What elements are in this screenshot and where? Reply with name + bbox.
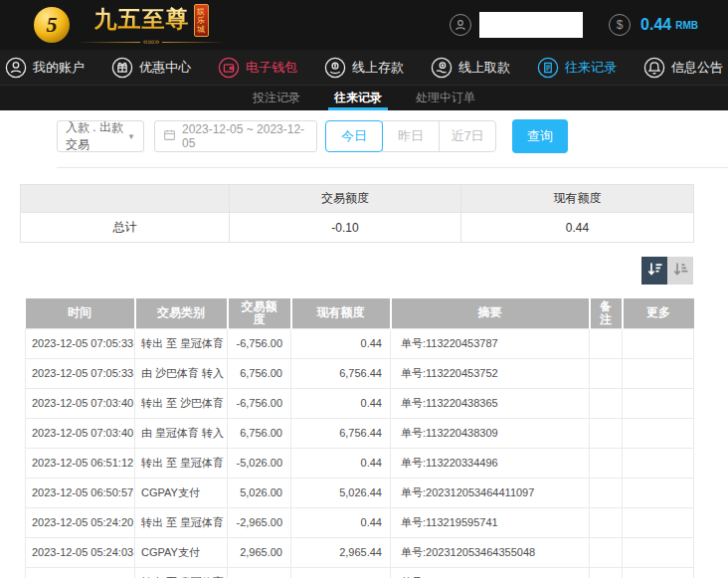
cell-amount: 2,965.00 (228, 537, 291, 567)
date-range-input[interactable]: 2023-12-05 ~ 2023-12-05 (154, 120, 317, 152)
sort-ascending-icon (672, 261, 689, 281)
nav-item-promotions[interactable]: 优惠中心 (111, 57, 191, 79)
col-header-summary: 摘要 (391, 298, 590, 328)
search-button[interactable]: 查询 (512, 119, 568, 153)
sort-controls (0, 257, 693, 285)
cell-note (590, 328, 623, 358)
nav-item-online-withdraw[interactable]: 线上取款 (431, 57, 510, 79)
cell-note (590, 537, 623, 567)
nav-label: 线上存款 (352, 59, 404, 77)
cell-amount: 5,026.00 (228, 478, 291, 507)
transaction-type-select[interactable]: 入款 . 出款交易 ▼ (57, 120, 144, 152)
col-header-type: 交易类别 (135, 298, 228, 328)
cell-amount: -2,965.00 (228, 507, 291, 537)
nav-item-my-account[interactable]: 我的账户 (5, 57, 85, 79)
cell-more (623, 418, 694, 448)
cell-balance: 0.44 (291, 328, 391, 358)
cell-type: CGPAY支付 (135, 478, 228, 507)
yesterday-button[interactable]: 昨日 (382, 120, 440, 152)
main-nav: 我的账户 优惠中心 电子钱包 线上存款 线上取款 (0, 50, 728, 85)
cell-summary: 单号:113220453787 (391, 328, 590, 358)
cell-more (623, 448, 694, 478)
nav-label: 优惠中心 (139, 59, 191, 77)
tab-transaction-records[interactable]: 往来记录 (334, 86, 382, 110)
cell-type: 转出 至 皇冠体育 (135, 448, 228, 478)
cell-balance: 0.44 (291, 507, 391, 537)
summary-table: 交易额度 现有额度 总计 -0.10 0.44 (20, 184, 694, 243)
cell-amount: -6,756.00 (228, 388, 291, 418)
gift-icon (111, 57, 133, 79)
chevron-down-icon: ▼ (127, 132, 135, 141)
nav-item-announcements[interactable]: 信息公告 (643, 57, 723, 79)
transaction-type-value: 入款 . 出款交易 (66, 119, 127, 153)
summary-total-trade: -0.10 (230, 213, 461, 243)
nav-item-e-wallet[interactable]: 电子钱包 (218, 57, 297, 79)
table-row: 2023-12-05 05:24:20转出 至 皇冠体育-2,965.000.4… (26, 507, 694, 537)
cell-type: CGPAY支付 (135, 537, 228, 567)
transactions-table: 时间 交易类别 交易额度 现有额度 摘要 备注 更多 2023-12-05 07… (25, 298, 694, 578)
nav-label: 电子钱包 (246, 59, 297, 77)
cell-note (590, 507, 623, 537)
logo-flourish: «∞» (77, 38, 226, 47)
cell-more (623, 478, 694, 507)
cell-balance: 2,965.44 (291, 537, 391, 567)
summary-header-trade: 交易额度 (230, 185, 461, 213)
cell-summary: 单号:113220438365 (391, 388, 590, 418)
tab-bet-records[interactable]: 投注记录 (253, 86, 300, 110)
cell-time: 2023-12-05 07:05:33 (26, 328, 135, 358)
cell-balance: 0.44 (291, 448, 391, 478)
cell-amount: -5,026.00 (228, 448, 291, 478)
cell-type: 转出 至 皇冠体育 (135, 567, 228, 578)
nav-item-online-deposit[interactable]: 线上存款 (324, 57, 404, 79)
table-row: 2023-12-05 07:03:40由 皇冠体育 转入6,756.006,75… (26, 418, 694, 448)
transactions-header-row: 时间 交易类别 交易额度 现有额度 摘要 备注 更多 (26, 298, 694, 328)
table-row: 2023-12-05 06:51:12转出 至 皇冠体育-5,026.000.4… (26, 448, 694, 478)
cell-time: 2023-12-05 05:19:43 (26, 567, 135, 578)
col-header-more: 更多 (623, 298, 694, 328)
cell-time: 2023-12-05 06:50:57 (26, 478, 135, 507)
col-header-time: 时间 (26, 298, 135, 328)
cell-more (623, 507, 694, 537)
table-row: 2023-12-05 07:03:40转出 至 沙巴体育-6,756.000.4… (26, 388, 694, 418)
sub-nav: 投注记录 往来记录 处理中订单 (0, 85, 728, 110)
sort-descending-button[interactable] (641, 257, 667, 285)
account-summary: $ 0.44 RMB (450, 12, 698, 38)
tab-processing-orders[interactable]: 处理中订单 (416, 86, 475, 110)
cell-summary: 单号:113219595741 (391, 507, 590, 537)
site-logo[interactable]: 5 九五至尊 娱乐城 «∞» (34, 4, 226, 47)
table-row: 2023-12-05 06:50:57CGPAY支付5,026.005,026.… (26, 478, 694, 507)
cell-balance: 5,026.44 (291, 478, 391, 507)
logo-badge: 娱乐城 (194, 4, 209, 37)
last7days-button[interactable]: 近7日 (439, 120, 496, 152)
cell-time: 2023-12-05 05:24:20 (26, 507, 135, 537)
table-row: 2023-12-05 05:19:43转出 至 皇冠体育-35.000.44单号… (26, 567, 694, 578)
cell-balance: 6,756.44 (291, 418, 391, 448)
nav-item-transaction-records[interactable]: 往来记录 (537, 57, 617, 79)
cell-time: 2023-12-05 06:51:12 (26, 448, 135, 478)
logo-title: 九五至尊 (94, 4, 190, 35)
nav-label: 信息公告 (671, 59, 723, 77)
table-row: 2023-12-05 07:05:33由 沙巴体育 转入6,756.006,75… (26, 358, 694, 388)
table-row: 2023-12-05 07:05:33转出 至 皇冠体育-6,756.000.4… (26, 328, 694, 358)
records-icon (537, 57, 559, 79)
username-redacted (479, 12, 583, 38)
cell-more (623, 358, 694, 388)
cell-time: 2023-12-05 07:03:40 (26, 388, 135, 418)
quick-date-group: 今日 昨日 近7日 (325, 120, 496, 152)
user-avatar-icon[interactable] (450, 14, 471, 36)
sort-ascending-button[interactable] (667, 257, 693, 285)
cell-balance: 6,756.44 (291, 358, 391, 388)
cell-balance: 0.44 (291, 388, 391, 418)
balance-amount: 0.44 (640, 16, 671, 34)
cell-summary: 单号:113220438309 (391, 418, 590, 448)
user-icon (5, 57, 27, 79)
nav-label: 往来记录 (565, 59, 617, 77)
sort-descending-icon (646, 261, 663, 281)
today-button[interactable]: 今日 (325, 120, 383, 152)
nav-label: 线上取款 (458, 59, 510, 77)
deposit-icon (324, 57, 346, 79)
cell-amount: 6,756.00 (228, 358, 291, 388)
section-divider (57, 167, 728, 168)
content-area: 入款 . 出款交易 ▼ 2023-12-05 ~ 2023-12-05 今日 昨… (0, 119, 728, 578)
cell-summary: 单号:202312053464411097 (391, 478, 590, 507)
